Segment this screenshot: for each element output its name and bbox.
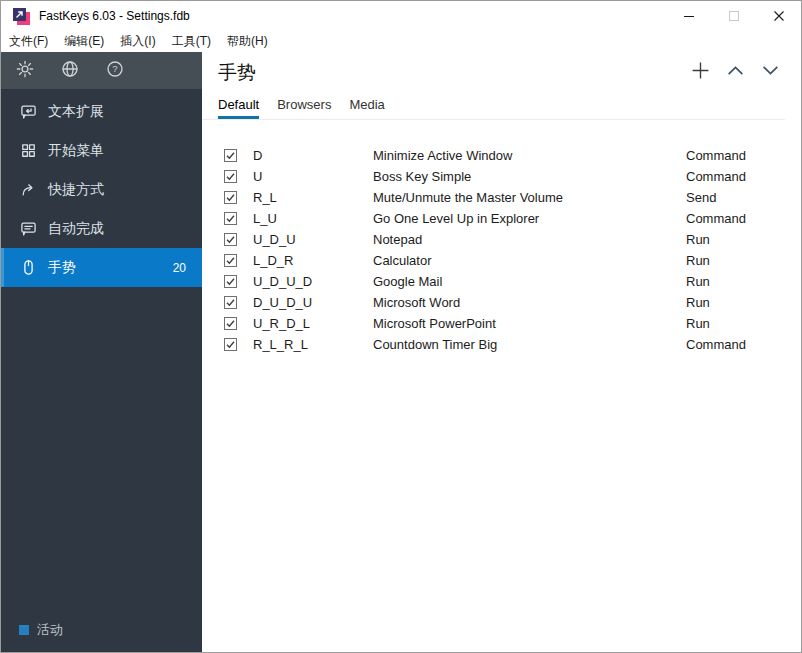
settings-button[interactable] xyxy=(14,60,36,82)
action-type: Send xyxy=(686,190,801,205)
main-panel: 手势 DefaultBrowsersMedia DMinimize Active… xyxy=(202,52,801,652)
menu-item-file[interactable]: 文件(F) xyxy=(1,33,56,50)
gesture-row[interactable]: U_D_U_DGoogle MailRun xyxy=(202,271,801,292)
sidebar-item-gestures[interactable]: 手势20 xyxy=(1,248,202,287)
sidebar-item-label: 文本扩展 xyxy=(48,103,104,121)
plus-icon xyxy=(691,61,710,83)
sidebar-item-label: 快捷方式 xyxy=(48,181,104,199)
sidebar-item-start-menu[interactable]: 开始菜单 xyxy=(1,131,202,170)
count-badge: 20 xyxy=(173,261,186,275)
action-name: Go One Level Up in Explorer xyxy=(373,211,686,226)
menu-item-help[interactable]: 帮助(H) xyxy=(219,33,276,50)
globe-icon xyxy=(61,60,79,81)
gesture-pattern: L_D_R xyxy=(253,253,373,268)
tab-default[interactable]: Default xyxy=(218,97,259,119)
action-name: Google Mail xyxy=(373,274,686,289)
gesture-pattern: R_L xyxy=(253,190,373,205)
gesture-row[interactable]: UBoss Key SimpleCommand xyxy=(202,166,801,187)
app-window: FastKeys 6.03 - Settings.fdb 文件(F)编辑(E)插… xyxy=(0,0,802,653)
action-type: Command xyxy=(686,211,801,226)
row-checkbox[interactable] xyxy=(224,149,237,162)
gesture-pattern: U_D_U xyxy=(253,232,373,247)
action-type: Command xyxy=(686,148,801,163)
mouse-icon xyxy=(19,259,37,277)
gesture-row[interactable]: L_UGo One Level Up in ExplorerCommand xyxy=(202,208,801,229)
app-logo-icon xyxy=(13,8,30,25)
action-name: Minimize Active Window xyxy=(373,148,686,163)
sidebar-item-text-expansion[interactable]: 文本扩展 xyxy=(1,92,202,131)
sidebar-item-label: 开始菜单 xyxy=(48,142,104,160)
minimize-button[interactable] xyxy=(666,1,711,31)
menu-bar: 文件(F)编辑(E)插入(I)工具(T)帮助(H) xyxy=(1,31,801,52)
action-name: Mute/Unmute the Master Volume xyxy=(373,190,686,205)
move-down-button[interactable] xyxy=(760,62,781,82)
action-type: Run xyxy=(686,232,801,247)
active-status-label: 活动 xyxy=(37,621,63,639)
gesture-pattern: D_U_D_U xyxy=(253,295,373,310)
close-button[interactable] xyxy=(756,1,801,31)
row-checkbox[interactable] xyxy=(224,254,237,267)
gesture-pattern: U_D_U_D xyxy=(253,274,373,289)
page-title: 手势 xyxy=(218,61,256,84)
maximize-button[interactable] xyxy=(711,1,756,31)
gesture-row[interactable]: U_D_UNotepadRun xyxy=(202,229,801,250)
row-checkbox[interactable] xyxy=(224,191,237,204)
move-up-button[interactable] xyxy=(725,62,746,82)
action-name: Boss Key Simple xyxy=(373,169,686,184)
row-checkbox[interactable] xyxy=(224,275,237,288)
gesture-row[interactable]: D_U_D_UMicrosoft WordRun xyxy=(202,292,801,313)
share-arrow-icon xyxy=(19,181,37,199)
row-checkbox[interactable] xyxy=(224,170,237,183)
close-icon xyxy=(774,9,784,24)
language-button[interactable] xyxy=(59,60,81,82)
status-footer: 活动 xyxy=(1,621,202,652)
app-logo-arrow-icon xyxy=(13,8,26,21)
row-checkbox[interactable] xyxy=(224,212,237,225)
gesture-row[interactable]: L_D_RCalculatorRun xyxy=(202,250,801,271)
action-name: Microsoft PowerPoint xyxy=(373,316,686,331)
title-bar: FastKeys 6.03 - Settings.fdb xyxy=(1,1,801,31)
gesture-pattern: U_R_D_L xyxy=(253,316,373,331)
action-type: Run xyxy=(686,274,801,289)
sidebar-item-label: 手势 xyxy=(48,259,76,277)
menu-item-tools[interactable]: 工具(T) xyxy=(164,33,219,50)
svg-text:?: ? xyxy=(112,63,117,74)
gesture-pattern: U xyxy=(253,169,373,184)
menu-item-insert[interactable]: 插入(I) xyxy=(112,33,163,50)
action-name: Countdown Timer Big xyxy=(373,337,686,352)
action-type: Run xyxy=(686,295,801,310)
help-button[interactable]: ? xyxy=(104,60,126,82)
action-type: Run xyxy=(686,316,801,331)
row-checkbox[interactable] xyxy=(224,296,237,309)
gesture-row[interactable]: DMinimize Active WindowCommand xyxy=(202,145,801,166)
grid-icon xyxy=(19,142,37,160)
row-checkbox[interactable] xyxy=(224,317,237,330)
row-checkbox[interactable] xyxy=(224,338,237,351)
sidebar-item-shortcuts[interactable]: 快捷方式 xyxy=(1,170,202,209)
row-checkbox[interactable] xyxy=(224,233,237,246)
chevron-up-icon xyxy=(726,63,745,81)
sidebar: ? 文本扩展开始菜单快捷方式自动完成手势20 活动 xyxy=(1,52,202,652)
window-body: ? 文本扩展开始菜单快捷方式自动完成手势20 活动 手势 DefaultBrow… xyxy=(1,52,801,652)
window-controls xyxy=(666,1,801,31)
action-name: Notepad xyxy=(373,232,686,247)
tab-browsers[interactable]: Browsers xyxy=(277,97,331,119)
gesture-row[interactable]: U_R_D_LMicrosoft PowerPointRun xyxy=(202,313,801,334)
menu-item-edit[interactable]: 编辑(E) xyxy=(56,33,112,50)
action-type: Run xyxy=(686,253,801,268)
header-actions xyxy=(690,60,781,84)
action-type: Command xyxy=(686,169,801,184)
main-header: 手势 xyxy=(202,52,801,84)
action-name: Microsoft Word xyxy=(373,295,686,310)
minimize-icon xyxy=(684,9,694,24)
tab-media[interactable]: Media xyxy=(349,97,384,119)
speech-bubble-lines-icon xyxy=(19,220,37,238)
sidebar-toolbar: ? xyxy=(1,52,202,89)
sidebar-item-autocomplete[interactable]: 自动完成 xyxy=(1,209,202,248)
gesture-list: DMinimize Active WindowCommandUBoss Key … xyxy=(202,145,801,355)
add-button[interactable] xyxy=(690,60,711,84)
window-title: FastKeys 6.03 - Settings.fdb xyxy=(39,9,190,23)
gesture-row[interactable]: R_LMute/Unmute the Master VolumeSend xyxy=(202,187,801,208)
gesture-row[interactable]: R_L_R_LCountdown Timer BigCommand xyxy=(202,334,801,355)
action-type: Command xyxy=(686,337,801,352)
